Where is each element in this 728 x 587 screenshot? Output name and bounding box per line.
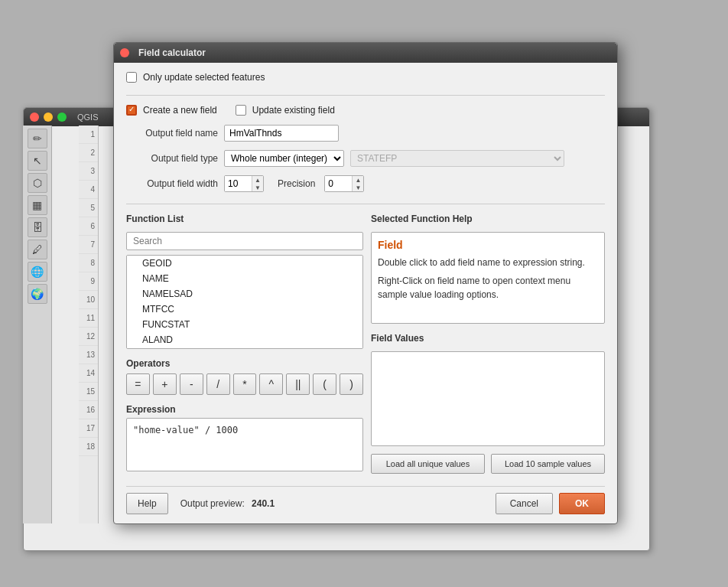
output-field-type-label: Output field type bbox=[126, 153, 218, 164]
row-num-12: 12 bbox=[79, 328, 98, 346]
toolbar-cursor-icon[interactable]: ↖ bbox=[28, 151, 47, 171]
row-num-13: 13 bbox=[79, 346, 98, 364]
op-concat-btn[interactable]: || bbox=[286, 373, 310, 395]
create-new-field-group: Create a new field bbox=[126, 105, 217, 116]
only-update-checkbox[interactable] bbox=[126, 72, 137, 83]
expression-input[interactable]: "home-value" / 1000 bbox=[126, 418, 363, 471]
update-existing-checkbox[interactable] bbox=[236, 105, 246, 116]
output-preview: Output preview: 240.1 bbox=[180, 498, 496, 509]
help-text1: Double click to add field name to expres… bbox=[378, 256, 598, 269]
row-num-1: 1 bbox=[79, 126, 98, 144]
function-list-column: Function List GEOID NAME NAMELSAD MTFCC … bbox=[126, 214, 363, 474]
op-multiply-btn[interactable]: * bbox=[233, 373, 257, 395]
row-num-16: 16 bbox=[79, 401, 98, 419]
toolbar-db-icon[interactable]: 🗄 bbox=[28, 217, 47, 237]
function-list-header: Function List bbox=[126, 214, 363, 224]
function-item-namelsad[interactable]: NAMELSAD bbox=[127, 286, 362, 302]
operators-section: Operators = + - / * ^ || ( ) bbox=[126, 358, 363, 395]
function-list[interactable]: GEOID NAME NAMELSAD MTFCC FUNCSTAT ALAND… bbox=[126, 255, 363, 349]
function-item-aland[interactable]: ALAND bbox=[127, 332, 362, 347]
row-num-10: 10 bbox=[79, 291, 98, 309]
bottom-row: Help Output preview: 240.1 Cancel OK bbox=[126, 486, 605, 514]
output-field-width-label: Output field width bbox=[126, 178, 218, 189]
toolbar-select-icon[interactable]: ▦ bbox=[28, 195, 47, 215]
row-num-15: 15 bbox=[79, 383, 98, 401]
search-input[interactable] bbox=[126, 232, 363, 250]
op-divide-btn[interactable]: / bbox=[206, 373, 230, 395]
precision-spinbox-down[interactable]: ▼ bbox=[353, 184, 363, 191]
row-num-17: 17 bbox=[79, 419, 98, 438]
load-all-btn[interactable]: Load all unique values bbox=[371, 454, 485, 474]
bg-min-btn[interactable] bbox=[44, 113, 53, 122]
toolbar-node-icon[interactable]: ⬡ bbox=[28, 173, 47, 193]
field-values-header: Field Values bbox=[371, 333, 605, 344]
help-button[interactable]: Help bbox=[126, 493, 168, 514]
row-num-8: 8 bbox=[79, 254, 98, 272]
toolbar-pencil-icon[interactable]: ✏ bbox=[28, 129, 47, 148]
op-equals-btn[interactable]: = bbox=[126, 373, 150, 395]
function-item-name[interactable]: NAME bbox=[127, 271, 362, 286]
function-item-mtfcc[interactable]: MTFCC bbox=[127, 302, 362, 317]
width-spinbox-down[interactable]: ▼ bbox=[252, 184, 263, 191]
help-text2: Right-Click on field name to open contex… bbox=[378, 274, 598, 302]
precision-spinbox-up[interactable]: ▲ bbox=[353, 176, 363, 184]
operators-header: Operators bbox=[126, 358, 363, 369]
left-toolbar: ✏ ↖ ⬡ ▦ 🗄 🖊 🌐 🌍 bbox=[23, 126, 52, 523]
ok-button[interactable]: OK bbox=[559, 493, 605, 514]
expression-section: Expression "home-value" / 1000 bbox=[126, 404, 363, 474]
create-new-field-label: Create a new field bbox=[143, 105, 217, 116]
cancel-button[interactable]: Cancel bbox=[496, 493, 553, 514]
width-spinbox[interactable]: ▲ ▼ bbox=[224, 175, 264, 192]
op-plus-btn[interactable]: + bbox=[153, 373, 177, 395]
op-minus-btn[interactable]: - bbox=[180, 373, 203, 395]
update-existing-select: STATEFP bbox=[350, 150, 564, 167]
row-num-4: 4 bbox=[79, 181, 98, 199]
divider-1 bbox=[126, 95, 605, 96]
row-num-2: 2 bbox=[79, 144, 98, 162]
output-field-name-row: Output field name bbox=[126, 125, 605, 142]
update-existing-label: Update existing field bbox=[252, 105, 335, 116]
bg-window-title: QGIS bbox=[77, 113, 99, 122]
update-existing-group: Update existing field bbox=[236, 105, 335, 116]
operators-row: = + - / * ^ || ( ) bbox=[126, 373, 363, 395]
precision-spinbox-input[interactable] bbox=[325, 176, 352, 191]
load-buttons-row: Load all unique values Load 10 sample va… bbox=[371, 454, 605, 474]
bg-max-btn[interactable] bbox=[57, 113, 67, 122]
precision-spinbox[interactable]: ▲ ▼ bbox=[324, 175, 364, 192]
dialog-title: Field calculator bbox=[138, 47, 206, 58]
precision-spinbox-arrows: ▲ ▼ bbox=[352, 176, 363, 191]
row-num-6: 6 bbox=[79, 217, 98, 236]
output-field-name-input[interactable] bbox=[224, 125, 339, 142]
op-power-btn[interactable]: ^ bbox=[259, 373, 283, 395]
only-update-label: Only update selected features bbox=[143, 72, 265, 83]
selected-function-help-header: Selected Function Help bbox=[371, 214, 605, 224]
row-num-11: 11 bbox=[79, 309, 98, 328]
load-sample-btn[interactable]: Load 10 sample values bbox=[491, 454, 605, 474]
dialog-close-btn[interactable] bbox=[120, 48, 129, 57]
main-columns: Function List GEOID NAME NAMELSAD MTFCC … bbox=[126, 214, 605, 474]
function-item-geoid[interactable]: GEOID bbox=[127, 256, 362, 271]
toolbar-globe-icon[interactable]: 🌐 bbox=[28, 262, 47, 282]
output-field-type-select[interactable]: Whole number (integer) bbox=[224, 150, 344, 167]
output-field-width-row: Output field width ▲ ▼ Precision ▲ ▼ bbox=[126, 175, 605, 192]
width-spinbox-up[interactable]: ▲ bbox=[252, 176, 263, 184]
row-numbers-panel: 123456789101112131415161718 bbox=[79, 126, 99, 523]
bg-close-btn[interactable] bbox=[30, 113, 39, 122]
row-num-18: 18 bbox=[79, 438, 98, 456]
help-title: Field bbox=[378, 239, 598, 251]
field-calculator-dialog: Field calculator Only update selected fe… bbox=[113, 42, 618, 524]
output-preview-value: 240.1 bbox=[252, 498, 275, 509]
function-item-funcstat[interactable]: FUNCSTAT bbox=[127, 317, 362, 332]
op-close-paren-btn[interactable]: ) bbox=[340, 373, 363, 395]
width-spinbox-arrows: ▲ ▼ bbox=[252, 176, 263, 191]
row-num-3: 3 bbox=[79, 162, 98, 181]
width-spinbox-input[interactable] bbox=[225, 176, 252, 191]
field-options-row: Create a new field Update existing field bbox=[126, 105, 605, 116]
row-num-7: 7 bbox=[79, 236, 98, 254]
function-item-awater[interactable]: AWATER bbox=[127, 347, 362, 349]
dialog-body: Only update selected features Create a n… bbox=[114, 63, 617, 523]
toolbar-pen-icon[interactable]: 🖊 bbox=[28, 240, 47, 259]
op-open-paren-btn[interactable]: ( bbox=[313, 373, 336, 395]
create-new-field-checkbox[interactable] bbox=[126, 105, 137, 116]
toolbar-globe2-icon[interactable]: 🌍 bbox=[28, 284, 47, 304]
